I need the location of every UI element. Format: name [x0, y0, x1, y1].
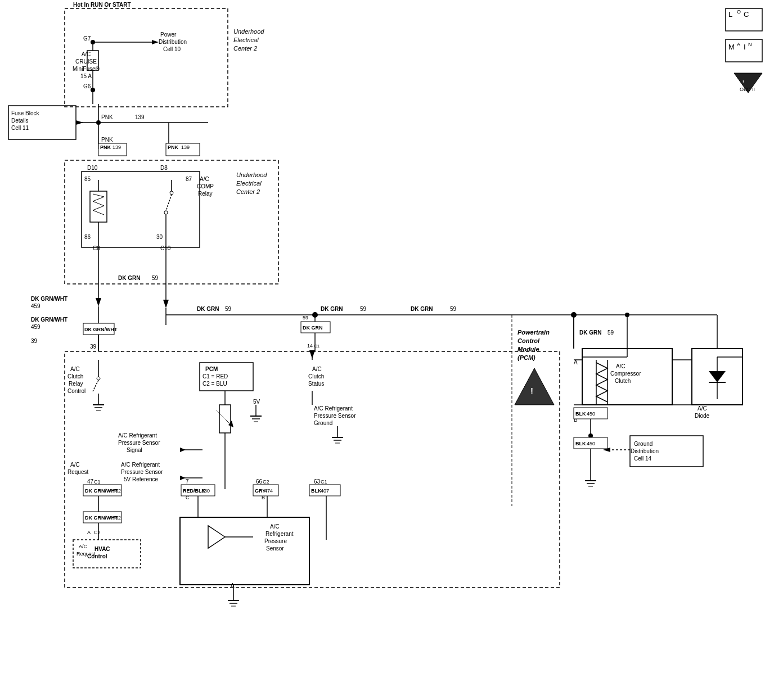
- svg-text:Sensor: Sensor: [266, 545, 284, 552]
- svg-line-71: [166, 195, 172, 211]
- svg-text:39: 39: [90, 344, 97, 350]
- svg-text:Pressure: Pressure: [264, 538, 287, 544]
- svg-text:66: 66: [256, 478, 263, 485]
- svg-text:474: 474: [264, 488, 273, 494]
- svg-text:DK GRN/WHT: DK GRN/WHT: [31, 317, 68, 323]
- svg-text:Cell 11: Cell 11: [11, 125, 29, 131]
- svg-text:Ground: Ground: [634, 441, 652, 447]
- svg-text:C: C: [744, 10, 749, 19]
- svg-rect-196: [180, 517, 309, 585]
- svg-text:Control: Control: [68, 388, 86, 394]
- svg-text:A: A: [737, 42, 740, 47]
- svg-text:Ground: Ground: [314, 420, 332, 426]
- svg-text:C1 = RED: C1 = RED: [202, 373, 228, 380]
- svg-text:86: 86: [84, 234, 91, 240]
- svg-text:DK GRN: DK GRN: [321, 306, 343, 312]
- svg-point-70: [170, 191, 173, 195]
- svg-text:Fuse Block: Fuse Block: [11, 110, 39, 116]
- svg-text:O: O: [737, 9, 741, 15]
- svg-text:C8: C8: [93, 245, 100, 251]
- svg-text:N: N: [748, 42, 752, 47]
- svg-text:39: 39: [31, 338, 38, 344]
- svg-text:A/C: A/C: [82, 51, 91, 57]
- svg-text:DK GRN: DK GRN: [303, 325, 323, 331]
- svg-rect-60: [82, 171, 200, 247]
- svg-text:C1: C1: [94, 479, 101, 485]
- svg-text:MiniFuse®: MiniFuse®: [73, 66, 100, 72]
- svg-text:Control: Control: [518, 337, 540, 344]
- svg-text:D10: D10: [87, 165, 98, 171]
- svg-text:A/C: A/C: [200, 176, 209, 182]
- svg-text:I: I: [744, 43, 746, 51]
- svg-text:407: 407: [321, 488, 329, 494]
- svg-marker-39: [76, 120, 83, 125]
- svg-text:Diode: Diode: [695, 413, 710, 419]
- svg-text:Distribution: Distribution: [159, 39, 187, 45]
- svg-marker-201: [208, 526, 225, 548]
- svg-point-117: [97, 377, 100, 380]
- svg-text:Underhood: Underhood: [233, 28, 264, 35]
- svg-text:459: 459: [31, 324, 40, 330]
- svg-text:Clutch: Clutch: [68, 373, 83, 380]
- svg-marker-90: [163, 300, 169, 308]
- svg-text:459: 459: [31, 303, 40, 309]
- svg-text:85: 85: [84, 176, 91, 182]
- wiring-diagram: L O C M A I N ! OBD II Hot In RUN Or STA…: [0, 0, 774, 700]
- svg-rect-67: [90, 191, 107, 222]
- svg-text:C2: C2: [94, 530, 101, 535]
- svg-text:DK GRN/WHT: DK GRN/WHT: [84, 327, 118, 332]
- svg-text:Relay: Relay: [198, 191, 213, 197]
- svg-text:Relay: Relay: [69, 381, 83, 387]
- svg-text:C2 = BLU: C2 = BLU: [202, 381, 227, 387]
- svg-text:DK GRN: DK GRN: [579, 329, 601, 336]
- svg-text:A: A: [87, 530, 91, 535]
- svg-text:47: 47: [87, 478, 94, 485]
- svg-text:59: 59: [152, 275, 159, 281]
- svg-text:Electrical: Electrical: [236, 180, 262, 187]
- svg-text:63: 63: [314, 478, 321, 485]
- svg-text:Pressure Sensor: Pressure Sensor: [314, 413, 356, 419]
- svg-text:139: 139: [112, 144, 121, 150]
- svg-marker-213: [515, 368, 554, 405]
- svg-text:5V Reference: 5V Reference: [124, 476, 159, 482]
- svg-text:PNK: PNK: [100, 144, 111, 150]
- svg-text:87: 87: [186, 176, 192, 182]
- svg-text:M: M: [728, 43, 735, 51]
- svg-text:C: C: [186, 495, 190, 500]
- svg-text:Electrical: Electrical: [233, 37, 259, 43]
- svg-text:7: 7: [186, 478, 189, 485]
- svg-text:59: 59: [225, 306, 232, 312]
- svg-text:C2: C2: [263, 479, 269, 485]
- svg-text:A/C: A/C: [79, 544, 88, 549]
- svg-text:139: 139: [135, 114, 145, 120]
- svg-text:(PCM): (PCM): [518, 354, 536, 361]
- svg-text:COMP: COMP: [197, 183, 214, 189]
- svg-text:Power: Power: [160, 31, 177, 38]
- svg-text:Request: Request: [68, 469, 88, 475]
- svg-text:30: 30: [156, 234, 163, 240]
- svg-text:A/C: A/C: [312, 366, 322, 372]
- svg-text:A/C: A/C: [698, 405, 707, 412]
- svg-text:BLK: BLK: [575, 411, 586, 417]
- svg-text:Clutch: Clutch: [308, 373, 324, 380]
- svg-text:Distribution: Distribution: [631, 448, 659, 454]
- svg-text:PNK: PNK: [101, 114, 113, 120]
- svg-text:PCM: PCM: [205, 366, 218, 372]
- svg-text:B: B: [262, 495, 265, 500]
- svg-text:DK GRN: DK GRN: [197, 306, 219, 312]
- svg-text:Refrigerant: Refrigerant: [266, 531, 294, 537]
- svg-text:DK GRN: DK GRN: [118, 275, 140, 281]
- svg-text:CRUISE: CRUISE: [75, 58, 97, 65]
- svg-text:5V: 5V: [253, 399, 260, 405]
- svg-text:!: !: [742, 79, 744, 84]
- svg-text:A/C: A/C: [70, 462, 80, 468]
- svg-text:Hot In RUN Or START: Hot In RUN Or START: [73, 2, 131, 8]
- svg-rect-12: [65, 8, 228, 107]
- svg-marker-85: [96, 298, 101, 306]
- svg-text:Details: Details: [11, 118, 29, 124]
- svg-text:Module: Module: [518, 346, 539, 353]
- svg-text:59: 59: [450, 306, 457, 312]
- svg-text:Center 2: Center 2: [233, 45, 257, 52]
- svg-text:139: 139: [181, 144, 190, 150]
- svg-text:Cell 14: Cell 14: [634, 455, 652, 462]
